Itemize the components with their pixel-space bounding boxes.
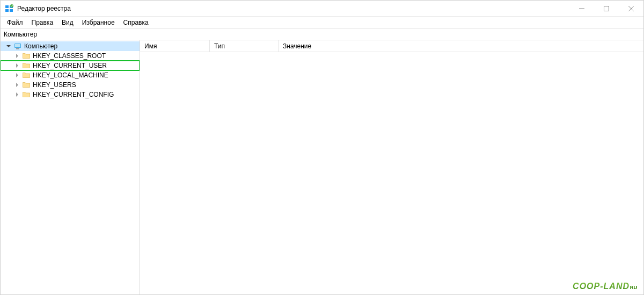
svg-marker-14 [16, 63, 18, 68]
svg-marker-16 [16, 83, 18, 87]
menu-file[interactable]: Файл [3, 18, 27, 27]
list-header: Имя Тип Значение [140, 40, 643, 52]
folder-icon [22, 61, 31, 70]
expander-icon[interactable] [13, 62, 21, 69]
content-area: Компьютер HKEY_CLASSES_ROOTHKEY_CURRENT_… [1, 40, 643, 294]
svg-rect-12 [16, 48, 19, 49]
menu-help[interactable]: Справка [119, 18, 153, 27]
expander-icon[interactable] [13, 52, 21, 60]
tree-node-hive[interactable]: HKEY_CURRENT_USER [1, 61, 140, 70]
computer-icon [13, 42, 22, 51]
tree-root: Компьютер HKEY_CLASSES_ROOTHKEY_CURRENT_… [1, 41, 140, 99]
folder-icon [22, 81, 31, 89]
maximize-button[interactable] [594, 1, 619, 16]
expander-icon[interactable] [13, 91, 21, 98]
svg-marker-17 [16, 92, 18, 97]
tree-node-label: HKEY_CURRENT_CONFIG [33, 91, 114, 98]
tree-node-computer[interactable]: Компьютер [1, 41, 140, 51]
regedit-icon [5, 4, 13, 13]
column-type[interactable]: Тип [210, 40, 279, 52]
svg-rect-0 [5, 5, 9, 8]
expander-icon[interactable] [13, 81, 21, 89]
svg-rect-11 [15, 44, 20, 47]
menu-favorites[interactable]: Избранное [78, 18, 119, 27]
tree-node-label: HKEY_LOCAL_MACHINE [33, 71, 108, 79]
tree-node-hive[interactable]: HKEY_CURRENT_CONFIG [1, 90, 140, 99]
window-controls [569, 1, 643, 16]
close-button[interactable] [619, 1, 643, 16]
menu-view[interactable]: Вид [57, 18, 78, 27]
svg-rect-6 [604, 6, 609, 11]
column-name[interactable]: Имя [140, 40, 210, 52]
tree-node-label: HKEY_CURRENT_USER [33, 62, 107, 69]
window-title: Редактор реестра [17, 5, 71, 12]
folder-icon [22, 90, 31, 99]
expander-icon[interactable] [5, 42, 12, 50]
expander-icon[interactable] [13, 71, 21, 79]
menubar: Файл Правка Вид Избранное Справка [1, 17, 643, 28]
svg-rect-3 [10, 9, 13, 12]
registry-editor-window: Редактор реестра Файл Правка Вид Избранн… [0, 0, 644, 295]
address-bar[interactable]: Компьютер [1, 28, 643, 40]
watermark: COOP-LANDRU [573, 282, 637, 291]
tree-node-label: HKEY_USERS [33, 81, 76, 89]
list-pane: Имя Тип Значение [140, 40, 643, 294]
list-body[interactable] [140, 52, 643, 294]
tree-node-hive[interactable]: HKEY_CLASSES_ROOT [1, 51, 140, 61]
tree-pane: Компьютер HKEY_CLASSES_ROOTHKEY_CURRENT_… [1, 40, 140, 294]
address-path: Компьютер [4, 31, 37, 38]
svg-marker-13 [16, 54, 18, 58]
tree-node-hive[interactable]: HKEY_USERS [1, 80, 140, 90]
minimize-button[interactable] [569, 1, 594, 16]
tree-node-hive[interactable]: HKEY_LOCAL_MACHINE [1, 70, 140, 80]
menu-edit[interactable]: Правка [27, 18, 58, 27]
tree-node-label: HKEY_CLASSES_ROOT [33, 52, 106, 60]
titlebar: Редактор реестра [1, 1, 643, 17]
column-value[interactable]: Значение [279, 40, 643, 52]
svg-marker-9 [6, 45, 11, 47]
folder-icon [22, 52, 31, 60]
svg-rect-2 [5, 9, 9, 12]
folder-icon [22, 71, 31, 80]
tree-node-label: Компьютер [24, 42, 57, 50]
svg-marker-15 [16, 73, 18, 77]
